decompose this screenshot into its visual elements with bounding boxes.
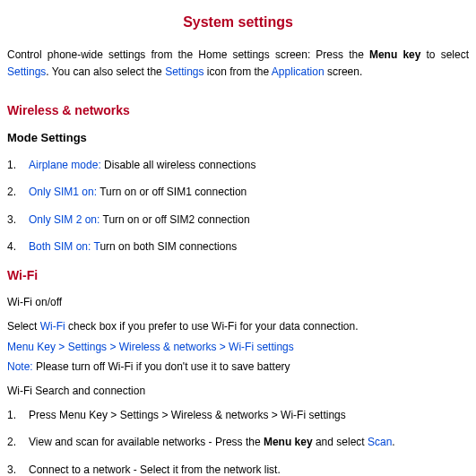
- list-item: 2.Only SIM1 on: Turn on or off SIM1 conn…: [7, 184, 469, 201]
- list-body: Both SIM on: Turn on both SIM connection…: [29, 238, 237, 255]
- mode-name: Only SIM 2 on:: [29, 213, 100, 226]
- page-title: System settings: [7, 11, 469, 34]
- text: and select: [313, 436, 368, 448]
- wifi-search-list: 1.Press Menu Key > Settings > Wireless &…: [7, 407, 469, 476]
- list-number: 2.: [7, 184, 29, 201]
- list-body: Press Menu Key > Settings > Wireless & n…: [29, 407, 346, 424]
- list-item: 2.View and scan for available networks -…: [7, 434, 469, 451]
- list-item: 1.Press Menu Key > Settings > Wireless &…: [7, 407, 469, 424]
- intro-text: . You can also select the: [46, 65, 165, 78]
- list-number: 3.: [7, 212, 29, 229]
- wireless-heading: Wireless & networks: [7, 100, 469, 120]
- menu-key-text: Menu key: [369, 48, 420, 61]
- mode-name: Both SIM on: T: [29, 240, 100, 253]
- list-number: 4.: [7, 238, 29, 255]
- list-body: Only SIM 2 on: Turn on or off SIM2 conne…: [29, 212, 250, 229]
- list-item: 1.Airplane mode: Disable all wireless co…: [7, 157, 469, 174]
- wifi-heading: Wi-Fi: [7, 265, 469, 285]
- mode-settings-heading: Mode Settings: [7, 129, 469, 148]
- list-body: Only SIM1 on: Turn on or off SIM1 connec…: [29, 184, 247, 201]
- wifi-select-text: Select Wi-Fi check box if you prefer to …: [7, 318, 469, 335]
- wifi-link: Wi-Fi: [40, 320, 65, 333]
- mode-desc: urn on both SIM connections: [100, 240, 237, 253]
- mode-desc: Turn on or off SIM2 connection: [100, 213, 249, 226]
- settings-link: Settings: [165, 65, 203, 78]
- intro-paragraph: Control phone-wide settings from the Hom…: [7, 47, 469, 81]
- list-item: 3.Only SIM 2 on: Turn on or off SIM2 con…: [7, 212, 469, 229]
- intro-text: Control phone-wide settings from the Hom…: [7, 48, 369, 61]
- wifi-note: Note: Please turn off Wi-Fi if you don't…: [7, 359, 469, 376]
- list-number: 2.: [7, 434, 29, 451]
- text: Select: [7, 320, 40, 333]
- text: .: [392, 436, 394, 448]
- wifi-search-heading: Wi-Fi Search and connection: [7, 383, 469, 400]
- text: Press Menu Key > Settings > Wireless & n…: [29, 409, 346, 421]
- intro-text: to select: [420, 48, 469, 61]
- mode-desc: Turn on or off SIM1 connection: [97, 186, 247, 198]
- note-text: Please turn off Wi-Fi if you don't use i…: [33, 360, 290, 373]
- mode-settings-list: 1.Airplane mode: Disable all wireless co…: [7, 157, 469, 255]
- mode-desc: Disable all wireless connections: [101, 159, 256, 171]
- list-number: 3.: [7, 462, 29, 476]
- settings-link: Settings: [7, 65, 46, 78]
- intro-text: screen.: [325, 65, 363, 78]
- list-body: Airplane mode: Disable all wireless conn…: [29, 157, 255, 174]
- scan-link: Scan: [368, 436, 392, 448]
- list-number: 1.: [7, 407, 29, 424]
- list-body: Connect to a network - Select it from th…: [29, 462, 281, 476]
- list-item: 3.Connect to a network - Select it from …: [7, 462, 469, 476]
- text: View and scan for available networks - P…: [29, 436, 264, 448]
- application-link: Application: [272, 65, 325, 78]
- menu-key-text: Menu key: [264, 436, 313, 448]
- wifi-path: Menu Key > Settings > Wireless & network…: [7, 339, 469, 356]
- text: check box if you prefer to use Wi-Fi for…: [65, 320, 359, 333]
- mode-name: Airplane mode:: [29, 159, 101, 171]
- intro-text: icon from the: [203, 65, 271, 78]
- list-number: 1.: [7, 157, 29, 174]
- wifi-onoff-heading: Wi-Fi on/off: [7, 294, 469, 311]
- list-body: View and scan for available networks - P…: [29, 434, 395, 451]
- text: Connect to a network - Select it from th…: [29, 463, 281, 476]
- mode-name: Only SIM1 on:: [29, 186, 97, 198]
- note-label: Note:: [7, 360, 33, 373]
- list-item: 4.Both SIM on: Turn on both SIM connecti…: [7, 238, 469, 255]
